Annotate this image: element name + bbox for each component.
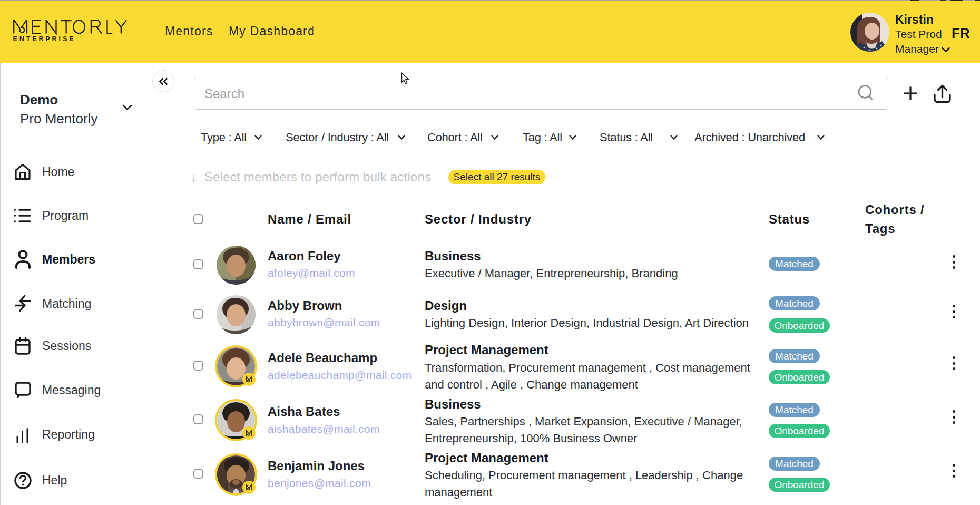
svg-text:ENTERPRISE: ENTERPRISE bbox=[13, 35, 75, 43]
